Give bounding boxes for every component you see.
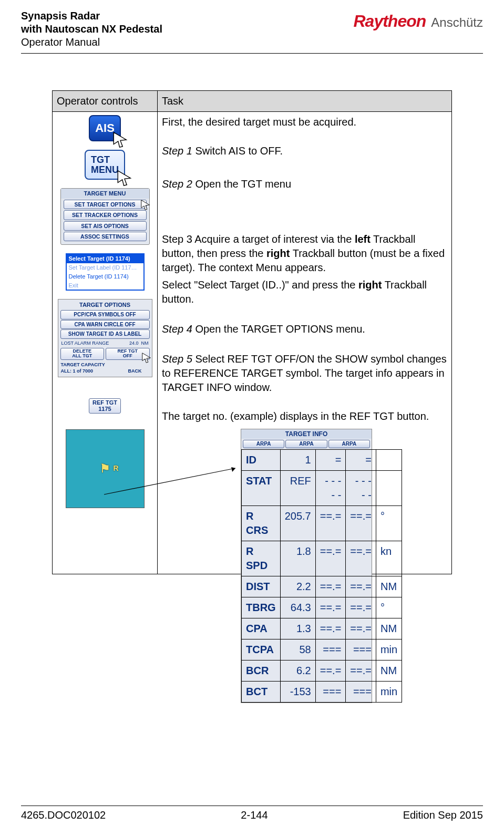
task-intro: First, the desired target must be acquir… — [162, 115, 447, 129]
doc-title-line3: Operator Manual — [21, 36, 162, 49]
task-step4: Step 4 Open the TARGET OPTIONS menu. — [162, 322, 447, 336]
col-header-task: Task — [158, 91, 452, 112]
target-info-row: DIST2.2==.===.=NM — [242, 576, 402, 597]
target-menu-title: TARGET MENU — [61, 189, 149, 199]
pcp-cpa-symbols-button[interactable]: PCP/CPA SYMBOLS OFF — [60, 310, 150, 319]
context-select-target[interactable]: Select Target (ID 1174) — [67, 254, 143, 263]
cursor-icon — [140, 199, 151, 211]
target-options-panel: TARGET OPTIONS PCP/CPA SYMBOLS OFF CPA W… — [58, 299, 152, 377]
target-info-title: TARGET INFO — [241, 429, 372, 439]
target-info-row: ID1== — [242, 449, 402, 470]
target-info-wrap: TARGET INFO ARPA ARPA ARPA ID1==STATREF-… — [162, 429, 447, 571]
arrow-icon — [104, 466, 241, 497]
target-info-row: TCPA58======min — [242, 639, 402, 660]
tgt-menu-l1: TGT — [91, 154, 110, 165]
target-info-row: BCT-153======min — [242, 681, 402, 702]
svg-line-0 — [104, 468, 235, 494]
ref-tgt-off-button[interactable]: REF TGTOFF — [106, 348, 150, 360]
task-cell: First, the desired target must be acquir… — [158, 112, 452, 574]
operator-controls-cell: AIS TGT MENU TARGET MENU — [53, 112, 158, 574]
cursor-icon — [141, 352, 152, 364]
target-info-panel: TARGET INFO ARPA ARPA ARPA ID1==STATREF-… — [241, 429, 372, 703]
lost-alarm-range-row: LOST ALARM RANGE 24.0 NM — [59, 339, 151, 347]
arpa-tab-2[interactable]: ARPA — [285, 440, 327, 448]
tgt-menu-l2: MENU — [91, 164, 119, 175]
target-menu-panel: TARGET MENU SET TARGET OPTIONS SET TRACK… — [60, 188, 150, 245]
context-exit[interactable]: Exit — [67, 281, 143, 290]
task-step2: Step 2 Open the TGT menu — [162, 177, 447, 191]
anschutz-logo: Anschütz — [431, 15, 483, 30]
ref-tgt-result-button[interactable]: REF TGT 1175 — [89, 398, 121, 414]
task-step5: Step 5 Select REF TGT OFF/ON the SHOW sy… — [162, 352, 447, 395]
target-info-table: ID1==STATREF- - - - -- - - - -R CRS205.7… — [241, 449, 402, 703]
context-menu: Select Target (ID 1174) Set Target Label… — [66, 253, 145, 291]
cpa-warn-circle-button[interactable]: CPA WARN CIRCLE OFF — [60, 320, 150, 329]
target-info-row: BCR6.2==.===.=NM — [242, 660, 402, 681]
target-options-title: TARGET OPTIONS — [59, 301, 151, 309]
col-header-controls: Operator controls — [53, 91, 158, 112]
raytheon-logo: Raytheon — [353, 12, 426, 31]
assoc-settings-button[interactable]: ASSOC SETTINGS — [64, 232, 147, 241]
task-ref-note: The target no. (example) displays in the… — [162, 409, 447, 424]
cursor-icon — [116, 169, 133, 187]
arpa-tab-1[interactable]: ARPA — [243, 440, 284, 448]
footer-page: 2-144 — [241, 809, 268, 821]
ais-button[interactable]: AIS — [89, 115, 121, 141]
arpa-tab-3[interactable]: ARPA — [328, 440, 370, 448]
doc-title-block: Synapsis Radar with Nautoscan NX Pedesta… — [21, 9, 162, 49]
target-info-row: R SPD1.8==.===.=kn — [242, 541, 402, 576]
task-step3b: Select "Select Target (ID..)" and press … — [162, 278, 447, 306]
footer-rule — [21, 806, 483, 806]
page-footer: 4265.DOC020102 2-144 Edition Sep 2015 — [21, 806, 483, 821]
context-set-label[interactable]: Set Target Label (ID 117… — [67, 263, 143, 272]
target-capacity-row: TARGET CAPACITYALL: 1 of 7000 BACK — [59, 361, 151, 375]
logo: Raytheon Anschütz — [353, 9, 483, 31]
cursor-icon — [111, 131, 129, 149]
svg-marker-1 — [231, 467, 235, 472]
back-button[interactable]: BACK — [128, 368, 149, 374]
doc-title-line1: Synapsis Radar — [21, 9, 162, 23]
doc-title-line2: with Nautoscan NX Pedestal — [21, 23, 162, 36]
context-delete-target[interactable]: Delete Target (ID 1174) — [67, 272, 143, 281]
target-info-row: R CRS205.7==.===.=° — [242, 505, 402, 541]
instruction-table: Operator controls Task AIS TGT MENU — [52, 90, 452, 574]
set-target-options-button[interactable]: SET TARGET OPTIONS — [64, 200, 147, 209]
target-info-row: TBRG64.3==.===.=° — [242, 597, 402, 618]
page-header: Synapsis Radar with Nautoscan NX Pedesta… — [21, 9, 483, 49]
tgt-menu-button[interactable]: TGT MENU — [85, 150, 125, 180]
show-target-id-button[interactable]: SHOW TARGET ID AS LABEL — [60, 329, 150, 339]
task-step3: Step 3 Acquire a target of interest via … — [162, 232, 447, 275]
footer-doc: 4265.DOC020102 — [21, 809, 106, 821]
target-info-row: STATREF- - - - -- - - - - — [242, 470, 402, 505]
set-tracker-options-button[interactable]: SET TRACKER OPTIONS — [64, 210, 147, 220]
target-info-row: CPA1.3==.===.=NM — [242, 618, 402, 639]
task-step1: Step 1 Switch AIS to OFF. — [162, 144, 447, 158]
footer-edition: Edition Sep 2015 — [403, 809, 483, 821]
delete-all-tgt-button[interactable]: DELETEALL TGT — [60, 348, 105, 360]
set-ais-options-button[interactable]: SET AIS OPTIONS — [64, 221, 147, 231]
